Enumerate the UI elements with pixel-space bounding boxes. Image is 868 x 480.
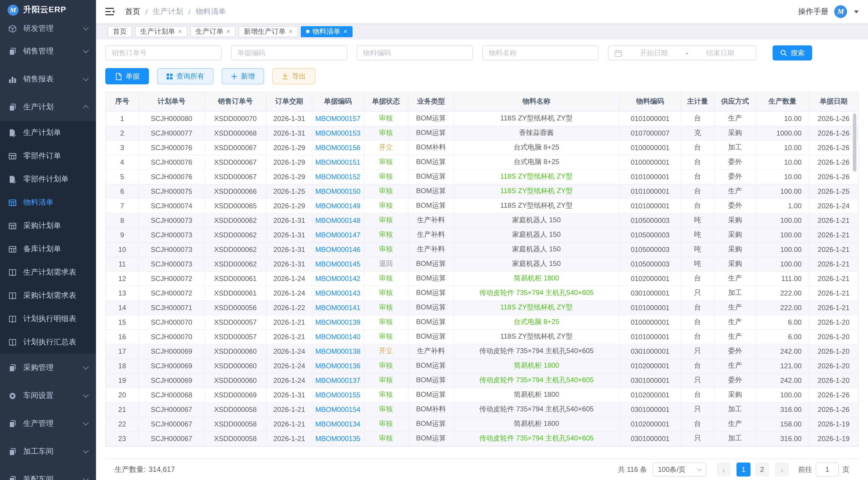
- doc-code-link[interactable]: MBOM000145: [312, 257, 364, 271]
- sidebar-item-plan-exec-summary[interactable]: 计划执行汇总表: [0, 330, 96, 354]
- sidebar-item-plan-exec-detail[interactable]: 计划执行明细表: [0, 307, 96, 330]
- doc-button[interactable]: 单据: [105, 68, 149, 84]
- cell-qty: 10.00: [756, 111, 809, 126]
- status-badge: 审核: [364, 155, 408, 169]
- tab-new-prod-order[interactable]: 新增生产订单×: [239, 26, 298, 37]
- query-all-button[interactable]: 查询所有: [157, 68, 214, 84]
- cell-name: 家庭机器人 150: [454, 242, 619, 257]
- cell-date: 2026-1-21: [809, 257, 858, 271]
- sidebar-item-workshop-settings[interactable]: 车间设置: [0, 382, 96, 410]
- doc-code-link[interactable]: MBOM000138: [312, 344, 364, 358]
- doc-edit-icon: [8, 175, 17, 184]
- doc-code-link[interactable]: MBOM000149: [312, 199, 364, 213]
- cell-unit: 台: [681, 315, 714, 329]
- sidebar-item-parts-order[interactable]: 零部件订单: [0, 144, 96, 168]
- sidebar-item-rnd-mgmt[interactable]: 研发管理: [0, 20, 96, 37]
- sidebar-item-process-workshop[interactable]: 加工车间: [0, 438, 96, 466]
- sidebar-item-assembly-workshop[interactable]: 装配车间: [0, 466, 96, 480]
- doc-code-link[interactable]: MBOM000150: [312, 184, 364, 199]
- doc-code-link[interactable]: MBOM000140: [312, 329, 364, 344]
- close-icon[interactable]: ×: [288, 28, 292, 35]
- tab-prod-plan-order[interactable]: 生产计划单×: [135, 26, 187, 37]
- table-row: 19SCJH000069XSDD0000602026-1-24MBOM00013…: [106, 373, 858, 388]
- table-row: 8SCJH000073XSDD0000622026-1-31MBOM000148…: [106, 213, 858, 228]
- sidebar-item-stock-plan-order[interactable]: 备库计划单: [0, 237, 96, 261]
- page-button-1[interactable]: 1: [737, 462, 750, 477]
- next-page-button[interactable]: ›: [775, 462, 789, 477]
- filter-input-doc-code[interactable]: 单据编码: [231, 46, 347, 61]
- cell-biz: BOM运算: [408, 388, 454, 402]
- export-button[interactable]: 导出: [272, 68, 315, 84]
- cell-code: 0301000001: [619, 286, 681, 300]
- prev-page-button[interactable]: ‹: [717, 462, 731, 477]
- cell-biz: BOM运算: [408, 111, 454, 126]
- doc-code-link[interactable]: MBOM000142: [312, 271, 364, 286]
- doc-code-link[interactable]: MBOM000146: [312, 242, 364, 257]
- page-button-2[interactable]: 2: [755, 462, 769, 477]
- sidebar-item-purchase-mgmt[interactable]: 采购管理: [0, 354, 96, 382]
- doc-code-link[interactable]: MBOM000156: [312, 140, 364, 155]
- vertical-scrollbar-thumb[interactable]: [853, 114, 856, 172]
- tab-material-list[interactable]: 物料清单×: [301, 26, 352, 37]
- doc-code-link[interactable]: MBOM000152: [312, 169, 364, 184]
- sidebar-item-parts-plan-order[interactable]: 零部件计划单: [0, 168, 96, 191]
- tab-home[interactable]: 首页: [107, 26, 132, 37]
- doc-code-link[interactable]: MBOM000148: [312, 213, 364, 228]
- tab-prod-order[interactable]: 生产订单×: [190, 26, 236, 37]
- filter-input-material-code[interactable]: 物料编码: [356, 46, 473, 61]
- doc-code-link[interactable]: MBOM000135: [312, 431, 364, 446]
- sidebar-item-prod-plan-demand[interactable]: 生产计划需求表: [0, 261, 96, 284]
- doc-code-link[interactable]: MBOM000134: [312, 417, 364, 431]
- date-range-picker[interactable]: 开始日期 - 结束日期: [608, 46, 756, 61]
- close-icon[interactable]: ×: [226, 28, 230, 35]
- doc-code-link[interactable]: MBOM000157: [312, 111, 364, 126]
- doc-code-link[interactable]: MBOM000151: [312, 155, 364, 169]
- download-icon: [282, 73, 288, 80]
- doc-code-link[interactable]: MBOM000147: [312, 228, 364, 242]
- column-header-biz-type: 业务类型: [408, 92, 454, 111]
- sidebar-item-prod-mgmt[interactable]: 生产管理: [0, 410, 96, 438]
- cell-date: 2026-1-20: [809, 344, 858, 358]
- doc-code-link[interactable]: MBOM000139: [312, 315, 364, 329]
- cell-due: 2026-1-24: [267, 344, 312, 358]
- content-panel: 销售订单号单据编码物料编码物料名称 开始日期 - 结束日期 搜索 单据查询所有新…: [96, 39, 868, 480]
- sidebar-item-prod-plan[interactable]: 生产计划: [0, 93, 96, 121]
- user-menu-caret-icon[interactable]: [854, 10, 859, 13]
- cell-date: 2026-1-20: [809, 358, 858, 373]
- avatar[interactable]: M: [834, 5, 847, 18]
- cell-date: 2026-1-26: [809, 111, 858, 126]
- cell-name: 118S ZY型纸杯机 ZY型: [454, 111, 619, 126]
- close-icon[interactable]: ×: [343, 28, 347, 35]
- cell-biz: BOM运算: [408, 184, 454, 199]
- doc-code-link[interactable]: MBOM000141: [312, 300, 364, 315]
- sidebar-item-material-list[interactable]: 物料清单: [0, 191, 96, 214]
- doc-code-link[interactable]: MBOM000136: [312, 358, 364, 373]
- sidebar-item-purchase-plan-demand[interactable]: 采购计划需求表: [0, 284, 96, 307]
- sidebar-item-prod-plan-order[interactable]: 生产计划单: [0, 121, 96, 144]
- filter-input-material-name[interactable]: 物料名称: [482, 46, 599, 61]
- page-size-select[interactable]: 100条/页: [653, 462, 706, 477]
- sidebar-collapse-icon[interactable]: [105, 7, 115, 16]
- cell-no: 14: [106, 300, 139, 315]
- doc-code-link[interactable]: MBOM000143: [312, 286, 364, 300]
- doc-code-link[interactable]: MBOM000153: [312, 126, 364, 140]
- cell-biz: 生产补料: [408, 228, 454, 242]
- sidebar-item-sales-report[interactable]: 销售报表: [0, 65, 96, 93]
- status-badge: 审核: [364, 199, 408, 213]
- add-button[interactable]: 新增: [222, 68, 264, 84]
- plus-icon: [231, 73, 237, 80]
- cell-name: 传动皮轮件 735×794 主机孔540×605: [454, 431, 619, 446]
- goto-page-input[interactable]: 1: [816, 462, 839, 477]
- breadcrumb-production-plan[interactable]: 生产计划: [153, 6, 183, 17]
- doc-code-link[interactable]: MBOM000155: [312, 388, 364, 402]
- close-icon[interactable]: ×: [178, 28, 182, 35]
- cell-no: 5: [106, 169, 139, 184]
- manual-link[interactable]: 操作手册: [798, 6, 829, 17]
- doc-code-link[interactable]: MBOM000154: [312, 402, 364, 417]
- search-button[interactable]: 搜索: [773, 46, 812, 61]
- sidebar-item-purchase-plan-order[interactable]: 采购计划单: [0, 214, 96, 237]
- filter-input-sales-order-no[interactable]: 销售订单号: [105, 46, 222, 61]
- breadcrumb-home[interactable]: 首页: [125, 6, 140, 17]
- sidebar-item-sales-mgmt[interactable]: 销售管理: [0, 37, 96, 65]
- doc-code-link[interactable]: MBOM000137: [312, 373, 364, 388]
